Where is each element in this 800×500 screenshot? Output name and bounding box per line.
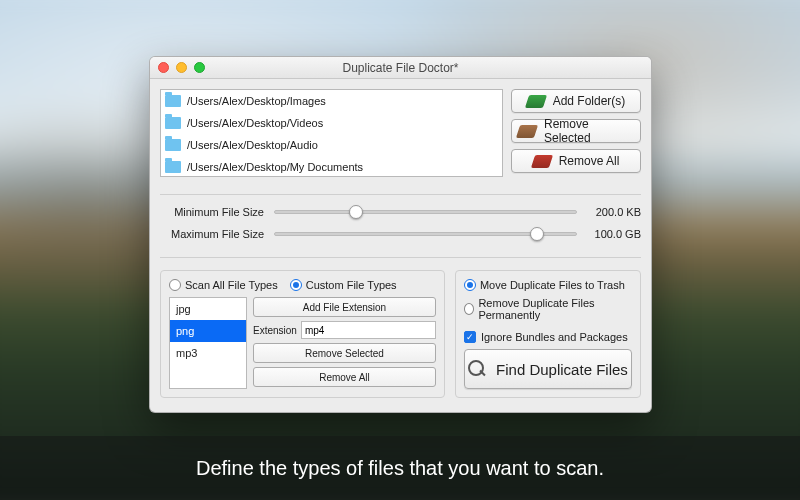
min-size-label: Minimum File Size	[160, 206, 264, 218]
remove-all-icon	[531, 155, 553, 168]
radio-icon	[464, 303, 474, 315]
filetypes-panel: Scan All File Types Custom File Types jp…	[160, 270, 445, 398]
remove-all-ext-button[interactable]: Remove All	[253, 367, 436, 387]
folder-list[interactable]: /Users/Alex/Desktop/Images /Users/Alex/D…	[160, 89, 503, 177]
scan-all-radio[interactable]: Scan All File Types	[169, 279, 278, 291]
max-size-slider[interactable]	[274, 232, 577, 236]
find-duplicates-button[interactable]: Find Duplicate Files	[464, 349, 632, 389]
custom-types-radio[interactable]: Custom File Types	[290, 279, 397, 291]
divider	[160, 257, 641, 258]
app-window: Duplicate File Doctor* /Users/Alex/Deskt…	[149, 56, 652, 413]
list-item[interactable]: png	[170, 320, 246, 342]
remove-permanent-radio[interactable]: Remove Duplicate Files Permanently	[464, 297, 632, 321]
max-size-value: 100.0 GB	[587, 228, 641, 240]
radio-label: Scan All File Types	[185, 279, 278, 291]
remove-icon	[516, 125, 538, 138]
extension-label: Extension	[253, 325, 297, 336]
radio-icon	[464, 279, 476, 291]
folder-icon	[165, 117, 181, 129]
add-extension-button[interactable]: Add File Extension	[253, 297, 436, 317]
list-item[interactable]: jpg	[170, 298, 246, 320]
move-trash-radio[interactable]: Move Duplicate Files to Trash	[464, 279, 632, 291]
titlebar[interactable]: Duplicate File Doctor*	[150, 57, 651, 79]
list-item[interactable]: /Users/Alex/Desktop/My Documents	[161, 156, 502, 177]
folder-path: /Users/Alex/Desktop/Videos	[187, 117, 323, 129]
button-label: Remove Selected	[544, 117, 634, 145]
minimize-icon[interactable]	[176, 62, 187, 73]
remove-all-button[interactable]: Remove All	[511, 149, 641, 173]
list-item[interactable]: /Users/Alex/Desktop/Audio	[161, 134, 502, 156]
extension-input[interactable]	[301, 321, 436, 339]
traffic-lights	[150, 62, 205, 73]
button-label: Remove All	[559, 154, 620, 168]
window-body: /Users/Alex/Desktop/Images /Users/Alex/D…	[150, 79, 651, 408]
remove-selected-ext-button[interactable]: Remove Selected	[253, 343, 436, 363]
zoom-icon[interactable]	[194, 62, 205, 73]
radio-label: Remove Duplicate Files Permanently	[478, 297, 632, 321]
remove-selected-button[interactable]: Remove Selected	[511, 119, 641, 143]
max-size-label: Maximum File Size	[160, 228, 264, 240]
slider-thumb[interactable]	[349, 205, 363, 219]
folder-icon	[165, 161, 181, 173]
checkbox-icon	[464, 331, 476, 343]
folder-path: /Users/Alex/Desktop/My Documents	[187, 161, 363, 173]
divider	[160, 194, 641, 195]
caption-bar: Define the types of files that you want …	[0, 436, 800, 500]
folder-path: /Users/Alex/Desktop/Audio	[187, 139, 318, 151]
folder-icon	[165, 95, 181, 107]
folder-icon	[165, 139, 181, 151]
caption-text: Define the types of files that you want …	[196, 457, 604, 480]
min-size-value: 200.0 KB	[587, 206, 641, 218]
radio-icon	[169, 279, 181, 291]
slider-thumb[interactable]	[530, 227, 544, 241]
search-icon	[468, 360, 486, 378]
folder-path: /Users/Alex/Desktop/Images	[187, 95, 326, 107]
window-title: Duplicate File Doctor*	[150, 61, 651, 75]
radio-label: Custom File Types	[306, 279, 397, 291]
add-folders-button[interactable]: Add Folder(s)	[511, 89, 641, 113]
radio-label: Move Duplicate Files to Trash	[480, 279, 625, 291]
extension-list[interactable]: jpg png mp3	[169, 297, 247, 389]
add-icon	[525, 95, 547, 108]
min-size-slider[interactable]	[274, 210, 577, 214]
button-label: Add Folder(s)	[553, 94, 626, 108]
list-item[interactable]: /Users/Alex/Desktop/Images	[161, 90, 502, 112]
checkbox-label: Ignore Bundles and Packages	[481, 331, 628, 343]
button-label: Find Duplicate Files	[496, 361, 628, 378]
duplicates-panel: Move Duplicate Files to Trash Remove Dup…	[455, 270, 641, 398]
ignore-bundles-checkbox[interactable]: Ignore Bundles and Packages	[464, 331, 632, 343]
radio-icon	[290, 279, 302, 291]
list-item[interactable]: /Users/Alex/Desktop/Videos	[161, 112, 502, 134]
list-item[interactable]: mp3	[170, 342, 246, 364]
close-icon[interactable]	[158, 62, 169, 73]
